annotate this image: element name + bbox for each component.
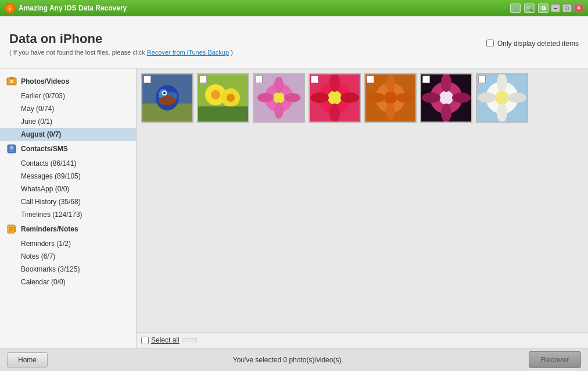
reminders-category-label: Reminders/Notes [21,225,78,233]
photo-thumb-2[interactable] [197,73,249,123]
photo-tab[interactable] [182,338,197,343]
content-area: Photos/Videos Earlier (0/703) May (0/74)… [0,69,588,348]
svg-point-49 [439,91,453,105]
only-deleted-label[interactable]: Only display deleted items [497,40,579,48]
main-container: Data on iPhone ( If you have not found t… [0,16,588,371]
photo-thumb-3[interactable] [253,73,305,123]
window-restore-icon[interactable]: ⧉ [538,3,548,13]
sidebar-item-earlier[interactable]: Earlier (0/703) [0,90,136,102]
app-title: Amazing Any IOS Data Recovery [19,4,509,12]
photos-category-label: Photos/Videos [21,77,69,85]
statusbar: Home You've selected 0 photo(s)/video(s)… [0,348,588,371]
sidebar-item-may[interactable]: May (0/74) [0,102,136,115]
svg-point-38 [310,92,329,103]
thumb-checkbox-6[interactable] [422,76,430,83]
thumb-checkbox-4[interactable] [311,76,318,83]
svg-point-58 [497,104,507,122]
select-all-checkbox[interactable] [141,337,149,344]
sidebar-item-calendar[interactable]: Calendar (0/0) [0,276,136,288]
subtitle-prefix: ( If you have not found the lost files, … [9,49,145,56]
sidebar-item-reminders[interactable]: Reminders (1/2) [0,237,136,250]
svg-point-32 [284,93,300,102]
header-left: Data on iPhone ( If you have not found t… [9,31,233,56]
only-deleted-checkbox[interactable] [486,40,494,47]
titlebar: i Amazing Any IOS Data Recovery 🛒 🔍 ⧉ – … [0,0,588,16]
svg-point-44 [386,103,395,120]
svg-point-45 [368,93,385,102]
header-subtitle: ( If you have not found the lost files, … [9,49,233,56]
sidebar-item-messages[interactable]: Messages (89/105) [0,170,136,183]
contacts-category-label: Contacts/SMS [21,145,68,153]
sidebar-item-contacts[interactable]: Contacts (86/141) [0,157,136,170]
subtitle-suffix: ) [231,49,233,56]
svg-point-24 [227,94,235,102]
svg-point-29 [274,77,284,93]
thumb-checkbox-3[interactable] [255,76,263,83]
svg-point-37 [329,104,340,122]
svg-point-3 [10,80,13,83]
svg-point-19 [163,92,166,94]
app-icon: i [5,3,15,13]
sidebar-item-june[interactable]: June (0/1) [0,115,136,128]
svg-point-28 [273,92,285,104]
itunes-backup-link[interactable]: Recover from iTunes Backup [147,49,229,56]
close-button[interactable]: ✕ [574,4,583,12]
svg-point-30 [274,102,284,119]
svg-point-60 [508,92,526,103]
recover-button[interactable]: Recover [529,351,581,368]
svg-point-35 [328,91,342,105]
photo-icon [6,76,17,87]
svg-rect-4 [10,77,13,79]
sidebar-item-timelines[interactable]: Timelines (124/173) [0,208,136,221]
thumb-checkbox-2[interactable] [199,76,207,83]
header: Data on iPhone ( If you have not found t… [0,16,588,69]
photo-thumb-7[interactable] [476,73,528,123]
photo-thumb-1[interactable] [141,73,193,123]
photo-grid [137,69,588,332]
sidebar-item-august[interactable]: August (0/7) [0,128,136,141]
svg-point-52 [422,92,440,103]
svg-point-43 [386,75,395,92]
sidebar-item-call-history[interactable]: Call History (35/68) [0,195,136,208]
thumb-checkbox-1[interactable] [144,76,151,83]
sidebar: Photos/Videos Earlier (0/703) May (0/74)… [0,69,137,348]
header-right: Only display deleted items [486,40,579,48]
svg-point-31 [257,93,274,102]
cart-icon[interactable]: 🛒 [510,3,521,13]
svg-point-6 [10,146,13,149]
window-controls: 🛒 🔍 ⧉ – □ ✕ [509,3,583,13]
notes-icon [6,223,17,235]
photo-bottom-bar: Select all [137,332,588,348]
contacts-icon [6,143,17,155]
photo-thumb-4[interactable] [309,73,361,123]
sidebar-category-contacts[interactable]: Contacts/SMS [0,141,136,157]
svg-point-51 [441,104,451,122]
svg-point-17 [159,96,176,105]
svg-point-22 [211,90,220,99]
svg-point-39 [340,92,359,103]
photo-thumb-6[interactable] [420,73,472,123]
thumb-checkbox-7[interactable] [478,76,486,83]
svg-point-56 [495,91,509,105]
thumb-checkbox-5[interactable] [367,76,374,83]
sidebar-category-reminders[interactable]: Reminders/Notes [0,221,136,237]
svg-rect-25 [198,106,248,122]
svg-point-42 [384,91,397,104]
svg-rect-8 [15,226,16,232]
sidebar-item-notes[interactable]: Notes (6/7) [0,250,136,263]
home-button[interactable]: Home [7,352,48,368]
maximize-button[interactable]: □ [562,4,572,12]
sidebar-item-bookmarks[interactable]: Bookmarks (3/125) [0,263,136,276]
page-title: Data on iPhone [9,31,233,47]
search-icon[interactable]: 🔍 [524,3,535,13]
photo-area: Select all [137,69,588,348]
status-text: You've selected 0 photo(s)/video(s). [233,356,343,364]
svg-point-46 [396,93,413,102]
sidebar-item-whatsapp[interactable]: WhatsApp (0/0) [0,183,136,195]
sidebar-category-photos[interactable]: Photos/Videos [0,73,136,90]
minimize-button[interactable]: – [551,4,560,12]
select-all-label[interactable]: Select all [151,336,180,344]
svg-point-59 [478,92,496,103]
svg-point-53 [452,92,471,103]
photo-thumb-5[interactable] [364,73,417,123]
